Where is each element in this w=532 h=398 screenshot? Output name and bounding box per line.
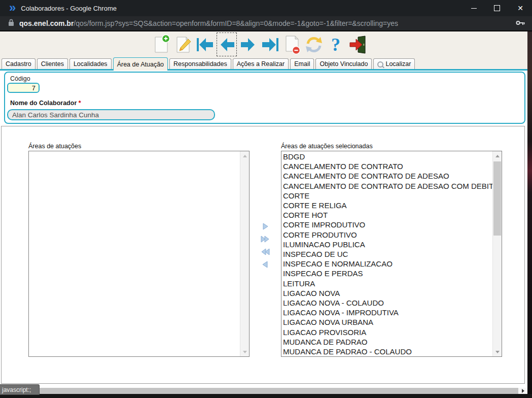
exit-icon	[348, 35, 367, 55]
available-areas-list[interactable]	[28, 151, 250, 357]
codigo-field[interactable]	[7, 83, 40, 93]
last-record-icon	[261, 35, 280, 54]
list-item[interactable]: CORTE IMPRODUTIVO	[281, 220, 493, 229]
tab-responsabilidades[interactable]: Responsabilidades	[169, 58, 231, 69]
list-item[interactable]: MUDANCA DE PADRAO	[281, 337, 493, 347]
lock-icon[interactable]	[8, 19, 14, 28]
nome-field[interactable]	[7, 109, 215, 120]
close-button[interactable]: ✕	[509, 0, 532, 16]
svg-text:?: ?	[331, 35, 340, 55]
list-item[interactable]: INSPECAO E PERDAS	[281, 269, 493, 278]
tab-acoes-a-realizar[interactable]: Ações a Realizar	[233, 58, 289, 69]
list-item[interactable]: CORTE PRODUTIVO	[281, 230, 493, 240]
available-areas-label: Áreas de atuações	[28, 143, 81, 150]
scroll-up-icon[interactable]	[493, 151, 502, 160]
next-record-button[interactable]	[238, 32, 259, 56]
nome-label: Nome do Colaborador *	[10, 100, 81, 107]
desktop-edge-right	[527, 31, 532, 398]
selected-scrollbar[interactable]	[492, 151, 502, 356]
tab-clientes[interactable]: Clientes	[37, 58, 68, 69]
first-record-icon	[195, 35, 215, 54]
url-text[interactable]: qos.enel.com.br/qos/form.jsp?sys=SQS&act…	[19, 19, 398, 27]
delete-record-icon	[282, 34, 302, 55]
list-item[interactable]: INSPECAO E NORMALIZACAO	[281, 259, 493, 269]
horizontal-scrollbar[interactable]	[0, 388, 527, 394]
minimize-icon	[471, 8, 477, 9]
tab-acoes-a-realizar-label: Ações a Realizar	[237, 59, 285, 69]
list-item[interactable]: BDGD	[281, 152, 493, 161]
list-item[interactable]: CANCELAMENTO DE CONTRATO	[281, 161, 493, 171]
scroll-right-icon	[522, 389, 524, 393]
app-icon: »	[9, 1, 16, 15]
move-all-right-button[interactable]	[260, 235, 271, 243]
tab-objeto-vinculado-label: Objeto Vinculado	[320, 59, 368, 69]
key-icon[interactable]	[516, 19, 525, 28]
move-right-icon	[262, 222, 269, 230]
close-icon: ✕	[517, 5, 523, 12]
list-item[interactable]: MUDANCA DE PADRAO - COLAUDO	[281, 347, 493, 356]
maximize-icon	[494, 5, 500, 11]
scroll-down-icon[interactable]	[240, 347, 249, 356]
maximize-button[interactable]	[485, 0, 509, 16]
required-marker: *	[79, 100, 81, 107]
list-item[interactable]: CANCELAMENTO DE CONTRATO DE ADESAO	[281, 171, 493, 181]
scrollbar-thumb[interactable]	[493, 161, 501, 236]
tab-localidades[interactable]: Localidades	[69, 58, 112, 69]
url-domain: qos.enel.com.br	[19, 19, 74, 27]
move-all-right-icon	[260, 235, 270, 243]
available-scrollbar[interactable]	[240, 151, 249, 356]
list-item[interactable]: CORTE E RELIGA	[281, 201, 493, 210]
tab-email[interactable]: Email	[290, 58, 314, 69]
list-item[interactable]: INSPECAO DE UC	[281, 249, 493, 259]
new-record-icon	[152, 34, 171, 55]
tab-bar: CadastroClientesLocalidadesÁrea de Atuaç…	[0, 57, 527, 71]
tab-cadastro-label: Cadastro	[6, 59, 31, 69]
record-toolbar: ?	[0, 31, 527, 57]
minimize-button[interactable]	[462, 0, 485, 16]
window-title: Colaboradores - Google Chrome	[21, 5, 117, 12]
list-item[interactable]: LIGACAO NOVA - COLAUDO	[281, 298, 493, 308]
selected-areas-label: Áreas de atuações selecionadas	[281, 143, 373, 150]
refresh-button[interactable]	[304, 32, 324, 56]
last-record-button[interactable]	[260, 32, 280, 56]
tab-objeto-vinculado[interactable]: Objeto Vinculado	[315, 58, 372, 69]
edit-record-button[interactable]	[173, 32, 193, 56]
previous-record-icon	[217, 35, 236, 54]
url-bar[interactable]: qos.enel.com.br/qos/form.jsp?sys=SQS&act…	[0, 16, 532, 30]
new-record-button[interactable]	[151, 32, 171, 56]
scroll-right-button[interactable]	[518, 388, 527, 394]
list-item[interactable]: CORTE	[281, 191, 493, 201]
move-right-button[interactable]	[260, 222, 271, 230]
tab-localizar[interactable]: Localizar	[373, 58, 415, 69]
tab-area-de-atuacao[interactable]: Área de Atuação	[113, 57, 168, 71]
exit-button[interactable]	[347, 32, 368, 56]
form-content: Código Nome do Colaborador * Áreas de at…	[0, 71, 527, 388]
selected-items: BDGDCANCELAMENTO DE CONTRATOCANCELAMENTO…	[281, 152, 493, 356]
next-record-icon	[239, 35, 258, 54]
move-all-left-button[interactable]	[260, 247, 271, 256]
list-item[interactable]: LIGACAO NOVA - IMPRODUTIVA	[281, 308, 493, 317]
selected-areas-list[interactable]: BDGDCANCELAMENTO DE CONTRATOCANCELAMENTO…	[281, 151, 502, 357]
url-path: /qos/form.jsp?sys=SQS&action=openform&fo…	[74, 19, 398, 27]
browser-titlebar: » Colaboradores - Google Chrome ✕	[0, 0, 532, 16]
transfer-buttons	[260, 222, 271, 273]
help-icon: ?	[328, 35, 343, 55]
move-left-button[interactable]	[260, 260, 271, 269]
scroll-up-icon[interactable]	[240, 151, 249, 160]
list-item[interactable]: LIGACAO PROVISORIA	[281, 327, 493, 337]
previous-record-button[interactable]	[217, 32, 237, 56]
move-left-icon	[262, 260, 269, 269]
list-item[interactable]: CORTE HOT	[281, 210, 493, 220]
search-icon	[377, 61, 383, 68]
list-item[interactable]: ILUMINACAO PUBLICA	[281, 240, 493, 249]
scroll-down-icon[interactable]	[493, 347, 502, 356]
tab-cadastro[interactable]: Cadastro	[2, 58, 36, 69]
tab-responsabilidades-label: Responsabilidades	[173, 59, 227, 69]
delete-record-button[interactable]	[282, 32, 302, 56]
first-record-button[interactable]	[195, 32, 215, 56]
list-item[interactable]: LEITURA	[281, 279, 493, 288]
list-item[interactable]: LIGACAO NOVA URBANA	[281, 317, 493, 327]
list-item[interactable]: LIGACAO NOVA	[281, 288, 493, 298]
help-button[interactable]: ?	[326, 32, 346, 56]
list-item[interactable]: CANCELAMENTO DE CONTRATO DE ADESAO COM D…	[281, 181, 493, 191]
